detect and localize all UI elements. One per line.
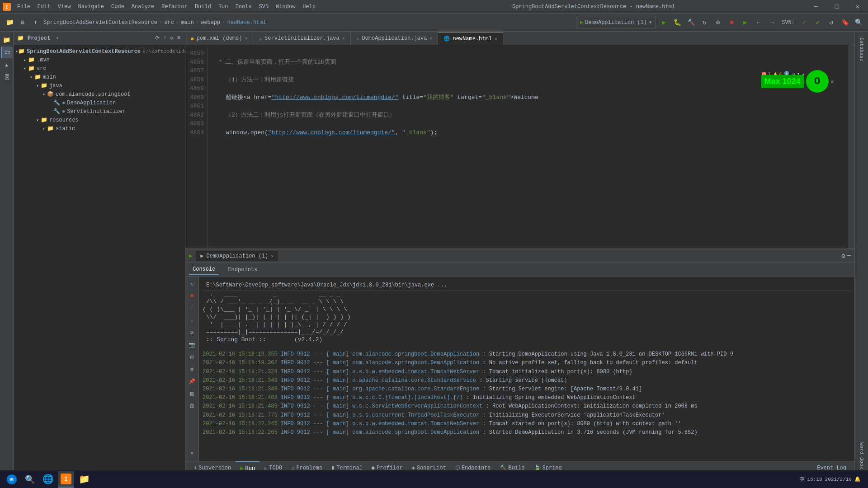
- panel-gear-icon[interactable]: ⚙: [170, 34, 175, 42]
- menu-run[interactable]: Run: [215, 0, 232, 14]
- toolbar-back-btn[interactable]: ←: [753, 17, 764, 28]
- console-icon-fold[interactable]: ⊞: [187, 352, 198, 362]
- toolbar-settings2-btn[interactable]: ⚙: [712, 17, 724, 28]
- tab-pom[interactable]: ◼ pom.xml (demo) ✕: [185, 32, 253, 45]
- run-config-selector[interactable]: ▶ DemoApplication (1) ▾: [576, 17, 656, 28]
- tab-servlet[interactable]: ☕ ServletInitializer.java ✕: [253, 32, 350, 45]
- run-tab-close[interactable]: ✕: [271, 253, 274, 259]
- editor-scrollbar[interactable]: [848, 45, 854, 249]
- database-label[interactable]: Database: [857, 34, 866, 65]
- console-icon-layout[interactable]: ▤: [187, 388, 198, 399]
- panel-menu-icon[interactable]: ≡: [176, 34, 181, 42]
- log-entry: 2021-02-16 15:18:21.775 INFO 9012 --- [ …: [203, 411, 851, 420]
- tree-item-mvn[interactable]: ▸ 📁 .mvn: [14, 56, 185, 64]
- toolbar-vcs-btn[interactable]: ⬆: [30, 17, 42, 28]
- tree-item-root[interactable]: ▾ 📁 SpringBootAddServletContextResource …: [14, 47, 185, 56]
- max-close-btn[interactable]: ✕: [830, 78, 834, 85]
- console-icon-close[interactable]: ×: [187, 448, 198, 459]
- console-output[interactable]: E:\SoftWare\Develop_software\Java\Oracle…: [199, 277, 854, 461]
- tree-item-src[interactable]: ▾ 📁 src: [14, 64, 185, 73]
- breadcrumb-file[interactable]: newName.html: [227, 19, 266, 26]
- console-icon-camera[interactable]: 📷: [187, 339, 198, 350]
- toolbar-build-btn[interactable]: 🔨: [685, 17, 697, 28]
- menu-file[interactable]: File: [14, 0, 34, 14]
- breadcrumb-src[interactable]: src: [164, 19, 174, 26]
- panel-settings-icon[interactable]: ⚙: [841, 252, 845, 260]
- console-icon-settings[interactable]: ⚙: [187, 364, 198, 375]
- tree-item-package[interactable]: ▾ 📦 com.alancode.springboot: [14, 90, 185, 99]
- maximize-button[interactable]: □: [826, 0, 847, 13]
- menu-analyze[interactable]: Analyze: [128, 0, 158, 14]
- menu-view[interactable]: View: [54, 0, 75, 14]
- menu-svn[interactable]: SVN: [255, 0, 273, 14]
- toolbar-svn-check-btn[interactable]: ✓: [798, 17, 810, 28]
- menu-build[interactable]: Build: [191, 0, 215, 14]
- toolbar-folder-btn[interactable]: 📁: [4, 17, 15, 28]
- toolbar-run-btn[interactable]: ▶: [658, 17, 670, 28]
- sidebar-db-icon[interactable]: 🗄: [1, 72, 13, 84]
- right-sidebar-item-database[interactable]: Database: [857, 34, 866, 67]
- toolbar-stop-btn[interactable]: ■: [726, 17, 737, 28]
- console-icon-pin[interactable]: 📌: [187, 376, 198, 387]
- tree-item-resources[interactable]: ▾ 📁 resources: [14, 116, 185, 124]
- tab-servlet-close[interactable]: ✕: [342, 36, 345, 41]
- tree-path-root: F:\SoftCode\Idea: [142, 49, 185, 54]
- tab-demo-close[interactable]: ✕: [429, 36, 432, 41]
- tree-item-java[interactable]: ▾ 📁 java: [14, 81, 185, 90]
- right-sidebar-item-wordbook[interactable]: Word Book: [857, 439, 866, 474]
- toolbar-svn-commit-btn[interactable]: ✔: [812, 17, 824, 28]
- tree-item-servlet-init[interactable]: 🔧 ● ServletInitializer: [14, 107, 185, 116]
- toolbar-settings-btn[interactable]: ⚙: [17, 17, 28, 28]
- panel-collapse-icon[interactable]: ↕: [162, 34, 167, 42]
- run-tab[interactable]: ▶ DemoApplication (1) ✕: [196, 251, 278, 261]
- toolbar-reload-btn[interactable]: ↻: [698, 17, 710, 28]
- breadcrumb-project[interactable]: SpringBootAddServletContextResource: [43, 19, 157, 26]
- tree-item-static[interactable]: ▸ 📁 static: [14, 124, 185, 133]
- menu-window[interactable]: Window: [272, 0, 299, 14]
- tree-item-demo-app[interactable]: 🔧 ● DemoApplication: [14, 99, 185, 107]
- menu-refactor[interactable]: Refactor: [158, 0, 191, 14]
- toolbar-more-btn[interactable]: ▶: [739, 17, 751, 28]
- console-tab-endpoints[interactable]: Endpoints: [224, 265, 261, 275]
- toolbar-debug-btn[interactable]: 🐛: [671, 17, 683, 28]
- sidebar-project-icon[interactable]: 📁: [1, 34, 13, 46]
- tab-demo[interactable]: ☕ DemoApplication.java ✕: [351, 32, 439, 45]
- tab-newname-close[interactable]: ✕: [495, 36, 497, 42]
- console-icon-rerun[interactable]: ↻: [187, 278, 198, 289]
- menu-navigate[interactable]: Navigate: [74, 0, 108, 14]
- taskbar-intellij[interactable]: I: [58, 471, 74, 488]
- minimize-button[interactable]: ─: [806, 0, 826, 13]
- toolbar-search-everywhere-btn[interactable]: 🔍: [853, 17, 864, 28]
- menu-help[interactable]: Help: [299, 0, 319, 14]
- taskbar-search[interactable]: 🔍: [22, 471, 38, 488]
- code-editor[interactable]: 4855 4856 4857 4858 4859 4860 4861 4862 …: [185, 45, 854, 249]
- breadcrumb-webapp[interactable]: webapp: [201, 19, 220, 26]
- taskbar-start[interactable]: ⊞: [4, 471, 20, 488]
- toolbar-forward-btn[interactable]: →: [766, 17, 778, 28]
- notification-icon[interactable]: 🔔: [854, 476, 861, 482]
- wordbook-label[interactable]: Word Book: [857, 439, 866, 473]
- code-content[interactable]: * 二、保留当前页面，打开一个新的tab页面 （1）方法一：利用超链接 超链接<…: [208, 45, 848, 249]
- console-icon-filter[interactable]: ⊘: [187, 327, 198, 338]
- toolbar-svn-update-btn[interactable]: ↺: [826, 17, 837, 28]
- tab-newname[interactable]: 🌐 newName.html ✕: [438, 32, 503, 45]
- sidebar-favorites-icon[interactable]: ★: [1, 59, 13, 71]
- menu-code[interactable]: Code: [108, 0, 128, 14]
- toolbar-bookmark-btn[interactable]: 🔖: [839, 17, 851, 28]
- console-icon-stop[interactable]: ■: [187, 291, 198, 301]
- console-icon-up[interactable]: ↑: [187, 303, 198, 314]
- tab-pom-close[interactable]: ✕: [245, 36, 247, 41]
- taskbar-chrome[interactable]: 🌐: [40, 471, 56, 488]
- menu-edit[interactable]: Edit: [34, 0, 54, 14]
- taskbar-explorer[interactable]: 📁: [76, 471, 92, 488]
- breadcrumb-main[interactable]: main: [181, 19, 194, 26]
- console-tab-console[interactable]: Console: [189, 264, 219, 275]
- tree-item-main[interactable]: ▾ 📁 main: [14, 73, 185, 81]
- panel-minimize-icon[interactable]: ─: [847, 252, 851, 260]
- console-icon-down[interactable]: ↓: [187, 315, 198, 326]
- menu-tools[interactable]: Tools: [232, 0, 255, 14]
- panel-sync-icon[interactable]: ⟳: [154, 34, 160, 42]
- close-button[interactable]: ✕: [847, 0, 868, 13]
- console-icon-trash[interactable]: 🗑: [187, 400, 198, 411]
- sidebar-structure-icon[interactable]: 🗂: [1, 47, 13, 58]
